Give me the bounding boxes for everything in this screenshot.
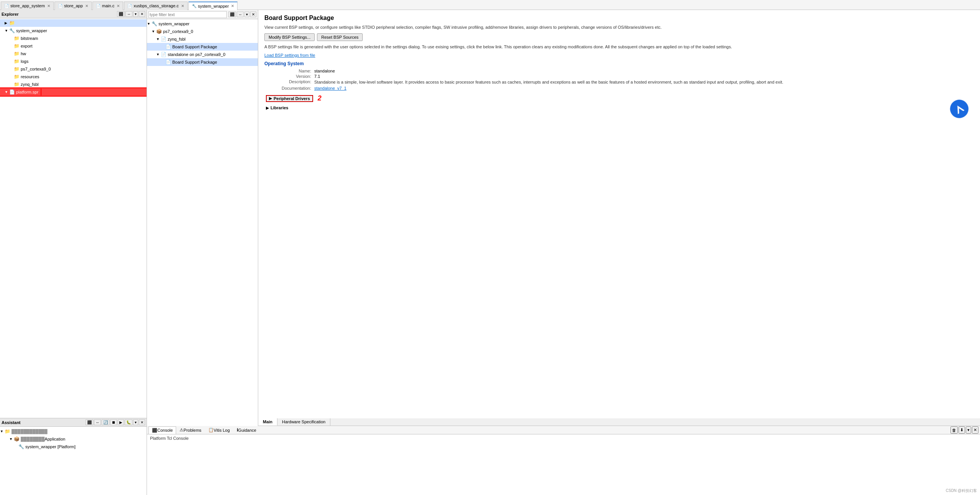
tab-xusbps[interactable]: 📄 xusbps_class_storage.c ✕ xyxy=(124,2,187,10)
bsp-note: A BSP settings file is generated with th… xyxy=(264,44,974,50)
tree-arrow-platform-spr[interactable]: ▼ xyxy=(5,89,9,95)
bsp-label-ps7: ps7_cortexa9_0 xyxy=(163,28,193,35)
info-value-version: 7.1 xyxy=(314,74,320,79)
tree-item-logs[interactable]: 📁 logs xyxy=(0,58,147,65)
tree-item-export[interactable]: 📁 export xyxy=(0,42,147,50)
console-tab-console[interactable]: ⬛ Console xyxy=(148,426,176,434)
left-panel: Explorer ⬛ ↔ ▾ ✕ ▶ 📁 ▼ xyxy=(0,10,147,495)
console-content: Platform Tcl Console xyxy=(147,434,980,495)
tab-icon-main-c: 📄 xyxy=(96,4,101,8)
bsp-tree-system-wrapper[interactable]: ▼ 🔧 system_wrapper xyxy=(147,20,258,28)
assistant-close-btn[interactable]: ✕ xyxy=(139,419,145,425)
tab-label-system-wrapper: system_wrapper xyxy=(198,4,229,8)
filter-bar: ⬛ ↔ ▾ ✕ xyxy=(147,10,258,19)
tab-main[interactable]: Main xyxy=(258,418,277,426)
libraries-label: Libraries xyxy=(271,105,288,110)
console-tab-guidance[interactable]: ℹ Guidance xyxy=(233,426,260,434)
console-tab-vitis-log[interactable]: 📋 Vitis Log xyxy=(205,426,233,434)
console-tab-console-label: Console xyxy=(157,428,173,433)
console-close-btn[interactable]: ✕ xyxy=(972,426,978,434)
console-tab-problems-icon: ⚠ xyxy=(180,428,183,433)
main-area: Explorer ⬛ ↔ ▾ ✕ ▶ 📁 ▼ xyxy=(0,10,980,495)
assistant-collapse-btn[interactable]: ⬛ xyxy=(86,419,93,425)
tree-item-resources[interactable]: 📁 resources xyxy=(0,73,147,81)
bsp-label-system-wrapper: system_wrapper xyxy=(158,20,190,27)
assistant-tree-item-platform[interactable]: 🔧 system_wrapper [Platform] xyxy=(0,443,147,451)
bsp-description: View current BSP settings, or configure … xyxy=(264,25,974,30)
tree-arrow-system-wrapper[interactable]: ▼ xyxy=(5,27,9,34)
tab-close-system-wrapper[interactable]: ✕ xyxy=(231,4,234,8)
tree-item-hw[interactable]: 📁 hw xyxy=(0,50,147,58)
tree-item-unnamed[interactable]: ▶ 📁 xyxy=(0,19,147,27)
tab-close-main-c[interactable]: ✕ xyxy=(117,4,120,8)
tree-item-zynq-fsbl[interactable]: 📁 zynq_fsbl xyxy=(0,81,147,88)
assistant-debug-btn[interactable]: 🐛 xyxy=(125,419,132,425)
bsp-tree-ps7[interactable]: ▼ 📦 ps7_cortexa9_0 xyxy=(147,28,258,35)
load-bsp-link[interactable]: Load BSP settings from file xyxy=(264,53,315,58)
bsp-file-tree: ▼ 🔧 system_wrapper ▼ 📦 ps7_cortexa9_0 ▼ xyxy=(147,19,258,426)
bsp-tree-board-pkg-1[interactable]: 📄 Board Support Package xyxy=(147,43,258,51)
info-row-description: Description: Standalone is a simple, low… xyxy=(272,79,974,85)
filter-input[interactable] xyxy=(148,11,227,18)
tab-close-xusbps[interactable]: ✕ xyxy=(181,4,184,8)
reset-bsp-sources-button[interactable]: Reset BSP Sources xyxy=(317,33,363,41)
tree-item-system-wrapper[interactable]: ▼ 🔧 system_wrapper xyxy=(0,27,147,35)
bsp-buttons: Modify BSP Settings... Reset BSP Sources xyxy=(264,33,974,41)
tree-label-system-wrapper: system_wrapper xyxy=(16,27,47,34)
tree-item-bitstream[interactable]: 📁 bitstream xyxy=(0,35,147,42)
console-clear-btn[interactable]: 🗑 xyxy=(950,426,958,434)
console-tab-problems[interactable]: ⚠ Problems xyxy=(176,426,205,434)
peripheral-drivers-button[interactable]: ▶ Peripheral Drivers xyxy=(266,95,313,102)
filter-close-btn[interactable]: ✕ xyxy=(250,12,256,17)
tab-store-app[interactable]: 📄 store_app ✕ xyxy=(54,2,92,10)
tab-label-store-app-system: store_app_system xyxy=(10,3,45,8)
info-row-documentation: Documentation: standalone_v7_1 xyxy=(272,86,974,90)
tree-arrow-unnamed[interactable]: ▶ xyxy=(5,20,9,26)
bsp-tree-board-pkg-2[interactable]: 📄 Board Support Package xyxy=(147,58,258,66)
console-tab-vitis-icon: 📋 xyxy=(208,428,214,433)
filter-actions: ⬛ ↔ ▾ ✕ xyxy=(228,12,256,17)
right-inner: ⬛ ↔ ▾ ✕ ▼ 🔧 system_wrapper ▼ xyxy=(147,10,980,426)
assistant-stop-btn[interactable]: ⏹ xyxy=(110,419,117,425)
tab-close-store-app-system[interactable]: ✕ xyxy=(47,4,50,8)
tab-label-store-app: store_app xyxy=(64,3,83,8)
tab-system-wrapper[interactable]: 🔧 system_wrapper ✕ xyxy=(188,2,238,10)
explorer-section: Explorer ⬛ ↔ ▾ ✕ ▶ 📁 ▼ xyxy=(0,10,147,418)
tab-store-app-system[interactable]: 📄 store_app_system ✕ xyxy=(1,2,54,10)
documentation-link[interactable]: standalone_v7_1 xyxy=(314,86,346,90)
bsp-label-zynq-fsbl: zynq_fsbl xyxy=(168,36,185,43)
filter-collapse-btn[interactable]: ⬛ xyxy=(228,12,236,17)
filter-expand-btn[interactable]: ↔ xyxy=(237,12,244,17)
bsp-tree-standalone[interactable]: ▼ 📄 standalone on ps7_cortexa9_0 xyxy=(147,51,258,58)
bsp-tree-zynq-fsbl[interactable]: ▼ 📄 zynq_fsbl xyxy=(147,35,258,43)
watermark-text: CSDN @科技幻客 xyxy=(946,488,977,493)
explorer-collapse-btn[interactable]: ⬛ xyxy=(117,11,125,17)
explorer-actions: ⬛ ↔ ▾ ✕ xyxy=(117,11,145,17)
bsp-title: Board Support Package xyxy=(264,15,974,21)
tab-hardware-spec[interactable]: Hardware Specification xyxy=(277,418,330,426)
assistant-tree-item-root[interactable]: ▼ 📁 ████████████ xyxy=(0,428,147,435)
assistant-run-btn[interactable]: ▶ xyxy=(118,419,124,425)
libraries-header[interactable]: ▶ Libraries xyxy=(264,105,974,111)
assistant-expand-btn[interactable]: ↔ xyxy=(94,419,101,425)
os-section-header: Operating System xyxy=(264,61,974,66)
console-scroll-btn[interactable]: ⬇ xyxy=(959,426,965,434)
tab-main-c[interactable]: 📄 main.c ✕ xyxy=(92,2,123,10)
tree-item-platform-spr[interactable]: ▼ 📄 platform.spr xyxy=(0,88,147,96)
console-tab-guidance-label: Guidance xyxy=(238,428,256,433)
peripheral-drivers-header[interactable]: ▶ Peripheral Drivers 2 xyxy=(264,94,974,103)
tree-item-ps7[interactable]: 📁 ps7_cortexa9_0 xyxy=(0,65,147,73)
tab-close-store-app[interactable]: ✕ xyxy=(85,4,88,8)
explorer-menu-btn[interactable]: ▾ xyxy=(133,11,138,17)
assistant-refresh-btn[interactable]: 🔄 xyxy=(102,419,109,425)
tree-label-ps7: ps7_cortexa9_0 xyxy=(21,66,51,72)
explorer-close-btn[interactable]: ✕ xyxy=(139,11,145,17)
console-title-text: Platform Tcl Console xyxy=(150,436,189,441)
assistant-menu-btn[interactable]: ▾ xyxy=(133,419,138,425)
console-menu-btn[interactable]: ▾ xyxy=(966,426,971,434)
modify-bsp-settings-button[interactable]: Modify BSP Settings... xyxy=(264,33,315,41)
assistant-tree-item-app[interactable]: ▼ 📦 ████████ Application xyxy=(0,435,147,443)
peripheral-arrow: ▶ xyxy=(269,96,272,100)
explorer-expand-btn[interactable]: ↔ xyxy=(125,11,132,17)
filter-menu-btn[interactable]: ▾ xyxy=(244,12,249,17)
